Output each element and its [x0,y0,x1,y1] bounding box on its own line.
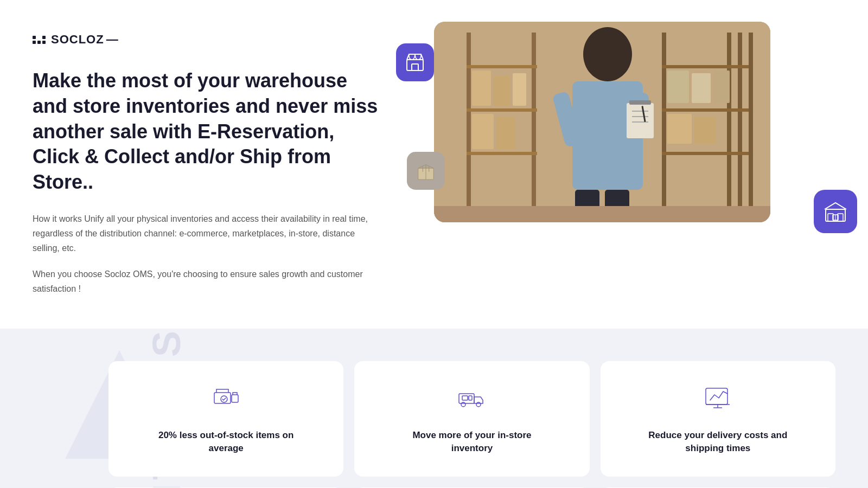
hero-right-content [412,22,835,222]
hero-title: Make the most of your warehouse and stor… [33,68,380,195]
svg-rect-27 [627,103,654,138]
hero-left-content: SOCLOZ— Make the most of your warehouse … [33,22,412,307]
svg-rect-33 [667,70,689,103]
svg-rect-51 [462,396,468,400]
logo-dot [42,36,46,39]
svg-rect-0 [407,60,423,70]
hero-section: SOCLOZ— Make the most of your warehouse … [0,0,868,329]
logo-dot [42,41,46,44]
logo-dot [33,36,36,39]
warehouse-badge [814,190,857,233]
svg-rect-16 [472,70,491,106]
svg-rect-15 [662,152,749,155]
svg-rect-34 [692,73,711,103]
card-text-move: Move more of your in-store inventory [401,429,542,455]
advantage-card-move: Move more of your in-store inventory [354,361,589,477]
store-icon-badge [396,43,434,81]
card-text-stock: 20% less out-of-stock items on average [156,429,297,455]
svg-rect-14 [662,108,749,112]
logo-grid-icon [33,36,46,44]
svg-rect-28 [629,100,651,105]
svg-rect-36 [667,114,692,144]
svg-rect-52 [469,396,472,400]
svg-rect-4 [467,33,471,222]
svg-rect-1 [412,64,418,70]
warehouse-icon [824,200,847,223]
svg-rect-47 [232,395,238,402]
truck-icon [457,383,487,415]
svg-rect-6 [662,33,666,222]
svg-point-21 [583,27,632,81]
svg-rect-18 [513,73,526,106]
svg-rect-11 [467,108,537,112]
logo-text: SOCLOZ— [51,33,119,47]
svg-rect-9 [749,33,753,222]
svg-rect-12 [467,152,537,155]
svg-rect-7 [727,33,731,222]
logo: SOCLOZ— [33,33,380,47]
svg-rect-5 [532,33,536,222]
box-icon [416,160,436,181]
svg-point-49 [461,402,465,407]
svg-rect-35 [713,70,730,103]
svg-rect-38 [434,206,770,222]
svg-rect-13 [662,65,749,68]
advantage-card-delivery: Reduce your delivery costs and shipping … [601,361,835,477]
store-icon [405,52,425,73]
inventory-icon [211,383,241,415]
chart-icon [703,383,733,415]
svg-rect-37 [694,117,716,144]
warehouse-scene-svg [434,22,770,222]
box-badge [407,152,445,190]
hero-desc-1: How it works Unify all your physical inv… [33,211,380,256]
logo-dot [37,36,41,39]
advantages-cards-grid: 20% less out-of-stock items on average M… [108,361,835,488]
card-text-delivery: Reduce your delivery costs and shipping … [647,429,788,455]
svg-rect-17 [494,76,510,106]
logo-dot [33,41,36,44]
svg-rect-8 [738,33,742,222]
advantages-section: ADVANTAGES 20% less out-of-stock items o… [0,329,868,488]
svg-rect-19 [472,114,494,149]
svg-rect-10 [467,65,537,68]
logo-dot [37,41,41,44]
hero-image [434,22,770,222]
svg-point-50 [476,402,481,407]
svg-rect-20 [496,117,515,149]
hero-desc-2: When you choose Socloz OMS, you're choos… [33,267,380,296]
advantage-card-stock: 20% less out-of-stock items on average [108,361,343,477]
